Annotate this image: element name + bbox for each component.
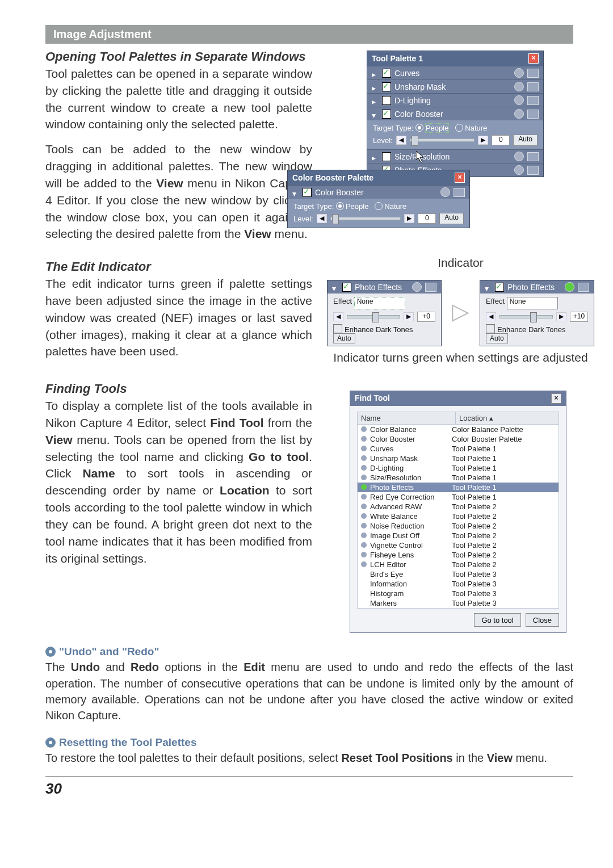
table-row[interactable]: HistogramTool Palette 3 <box>358 589 559 598</box>
table-row[interactable]: Size/ResolutionTool Palette 1 <box>358 473 559 483</box>
go-to-tool-button[interactable]: Go to tool <box>474 613 520 627</box>
table-row[interactable]: LCH EditorTool Palette 2 <box>358 560 559 569</box>
photo-effects-panel-before: ▾Photo Effects Effect None ◀▶+0 Enhance … <box>327 280 442 346</box>
color-booster-palette: Color Booster Palette× ▾Color Booster Ta… <box>287 170 470 228</box>
heading-finding-tools: Finding Tools <box>45 381 312 396</box>
close-icon[interactable]: × <box>551 393 561 404</box>
para-opening-2: Tools can be added to the new window by … <box>45 141 312 242</box>
table-row[interactable]: Fisheye LensTool Palette 2 <box>358 550 559 560</box>
section-banner: Image Adjustment <box>45 25 573 44</box>
table-row[interactable]: InformationTool Palette 3 <box>358 579 559 589</box>
table-row[interactable]: Bird's EyeTool Palette 3 <box>358 569 559 579</box>
photo-effects-panel-after: ▾Photo Effects Effect None ◀▶+10 Enhance… <box>480 280 594 346</box>
table-row[interactable]: Color BoosterColor Booster Palette <box>358 434 559 444</box>
close-icon[interactable]: × <box>528 53 539 64</box>
note-icon <box>45 737 56 748</box>
tool-palette-1: Tool Palette 1× ▸Curves ▸Unsharp Mask ▸D… <box>367 51 544 177</box>
heading-edit-indicator: The Edit Indicator <box>45 259 312 274</box>
para-finding-tools: To display a complete list of the tools … <box>45 397 312 567</box>
triangle-icon: ▷ <box>452 298 469 324</box>
table-row[interactable]: Unsharp MaskTool Palette 1 <box>358 454 559 463</box>
table-row[interactable]: Red Eye CorrectionTool Palette 1 <box>358 492 559 502</box>
heading-undo-redo: "Undo" and "Redo" <box>45 645 573 658</box>
indicator-label: Indicator <box>327 256 594 270</box>
table-row[interactable]: Noise ReductionTool Palette 2 <box>358 521 559 531</box>
para-edit-indicator: The edit indicator turns green if palett… <box>45 275 312 360</box>
auto-button[interactable]: Auto <box>513 135 538 146</box>
close-button[interactable]: Close <box>526 613 559 627</box>
heading-opening: Opening Tool Palettes in Separate Window… <box>45 49 312 64</box>
table-row[interactable]: Advanced RAWTool Palette 2 <box>358 502 559 511</box>
indicator-dot <box>412 282 422 292</box>
table-row[interactable]: White BalanceTool Palette 2 <box>358 511 559 521</box>
page-number: 30 <box>45 780 573 798</box>
table-row[interactable]: Image Dust OffTool Palette 2 <box>358 531 559 540</box>
indicator-dot-green <box>565 282 574 292</box>
table-row[interactable]: CurvesTool Palette 1 <box>358 444 559 454</box>
para-opening-1: Tool palettes can be opened in a separat… <box>45 65 312 133</box>
indicator-turns-label: Indicator turns green when settings are … <box>327 351 594 364</box>
close-icon[interactable]: × <box>455 173 465 183</box>
heading-reset: Resetting the Tool Palettes <box>45 736 573 749</box>
find-tool-dialog: Find Tool× NameLocation ▴ Color BalanceC… <box>350 391 566 633</box>
column-name[interactable]: Name <box>358 412 456 424</box>
table-row[interactable]: MarkersTool Palette 3 <box>358 598 559 608</box>
note-icon <box>45 647 56 657</box>
column-location[interactable]: Location ▴ <box>456 412 559 424</box>
table-row[interactable]: Color BalanceColor Balance Palette <box>358 425 559 434</box>
tool-list: NameLocation ▴ Color BalanceColor Balanc… <box>357 412 559 609</box>
table-row[interactable]: Vignette ControlTool Palette 2 <box>358 540 559 550</box>
table-row[interactable]: D-LightingTool Palette 1 <box>358 463 559 473</box>
radio-nature[interactable] <box>455 124 463 132</box>
para-reset: To restore the tool palettes to their de… <box>45 750 573 766</box>
table-row[interactable]: Photo EffectsTool Palette 1 <box>358 483 559 492</box>
palette-row[interactable]: ▸Curves <box>367 66 543 79</box>
radio-people[interactable] <box>415 124 423 132</box>
para-undo: The Undo and Redo options in the Edit me… <box>45 659 573 724</box>
